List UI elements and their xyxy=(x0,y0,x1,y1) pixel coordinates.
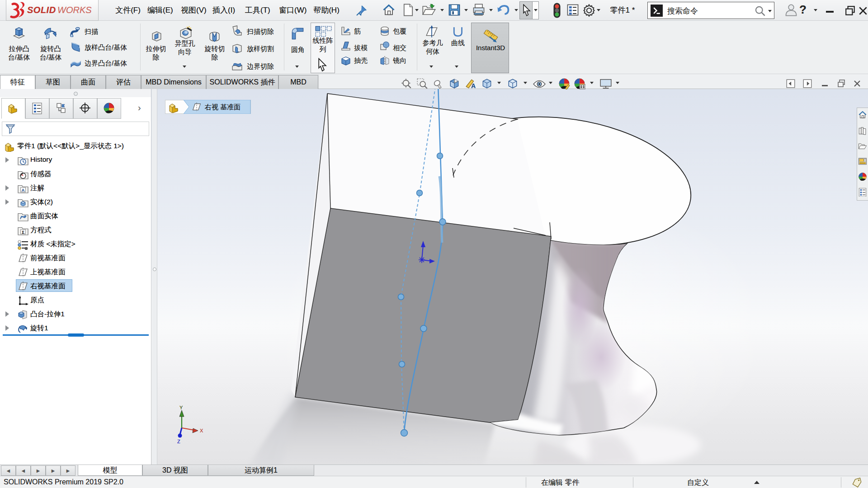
svg-text:Y: Y xyxy=(179,405,183,410)
svg-text:X: X xyxy=(200,428,203,433)
svg-text:Z: Z xyxy=(177,439,180,444)
svg-text:WORKS: WORKS xyxy=(57,5,92,15)
svg-text:A: A xyxy=(471,82,476,89)
svg-text:SOLID: SOLID xyxy=(27,5,56,15)
